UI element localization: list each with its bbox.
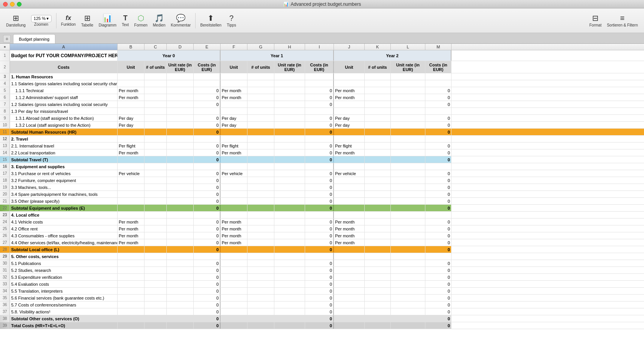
cell-3-M[interactable]	[425, 73, 451, 80]
cell-16-D[interactable]	[167, 163, 194, 170]
cell-33-E[interactable]: 0	[194, 281, 221, 287]
cell-7-B[interactable]	[118, 101, 144, 108]
window-controls[interactable]	[3, 2, 22, 7]
cell-5-K[interactable]	[365, 87, 391, 94]
cell-31-I[interactable]: 0	[305, 267, 334, 273]
cell-12-M[interactable]	[425, 136, 451, 142]
cell-38-E[interactable]: 0	[194, 315, 221, 322]
cell-28-C[interactable]	[144, 246, 167, 253]
cell-4-L[interactable]	[391, 80, 425, 87]
cell-23-M[interactable]	[425, 212, 451, 218]
cell-30-E[interactable]: 0	[194, 260, 221, 267]
cell-27-A[interactable]: 4.4 Other services (tel/fax, electricity…	[10, 239, 118, 246]
cell-22-E[interactable]: 0	[194, 205, 221, 211]
cell-9-G[interactable]	[247, 115, 274, 121]
cell-4-J[interactable]	[334, 80, 365, 87]
cell-22-A[interactable]: Subtotal Equipment and supplies (E)	[10, 205, 118, 211]
cell-12-G[interactable]	[247, 136, 274, 142]
toolbar-sort[interactable]: ≡ Sortieren & Filtern	[604, 13, 640, 29]
cell-27-D[interactable]	[167, 239, 194, 246]
toolbar-funktion[interactable]: fx Funktion	[59, 13, 78, 28]
cell-4-H[interactable]	[274, 80, 305, 87]
cell-9-F[interactable]: Per day	[221, 115, 247, 121]
cell-19-C[interactable]	[144, 184, 167, 190]
cell-36-H[interactable]	[274, 301, 305, 308]
cell-37-D[interactable]	[167, 308, 194, 315]
cell-13-K[interactable]	[365, 142, 391, 149]
cell-21-H[interactable]	[274, 198, 305, 204]
cell-8-M[interactable]	[425, 108, 451, 114]
cell-3-F[interactable]	[221, 73, 247, 80]
cell-25-C[interactable]	[144, 225, 167, 232]
cell-16-I[interactable]	[305, 163, 334, 170]
cell-21-I[interactable]: 0	[305, 198, 334, 204]
cell-32-B[interactable]	[118, 274, 144, 280]
col-header-D[interactable]: D	[167, 44, 194, 50]
cell-8-F[interactable]	[221, 108, 247, 114]
cell-27-L[interactable]	[391, 239, 425, 246]
cell-23-J[interactable]	[334, 212, 365, 218]
cell-37-I[interactable]: 0	[305, 308, 334, 315]
cell-23-C[interactable]	[144, 212, 167, 218]
cell-30-J[interactable]	[334, 260, 365, 267]
cell-17-C[interactable]	[144, 170, 167, 177]
cell-4-A[interactable]: 1.1 Salaries (gross salaries including s…	[10, 80, 118, 87]
cell-27-K[interactable]	[365, 239, 391, 246]
cell-31-K[interactable]	[365, 267, 391, 273]
cell-35-L[interactable]	[391, 295, 425, 301]
cell-17-G[interactable]	[247, 170, 274, 177]
cell-35-J[interactable]	[334, 295, 365, 301]
cell-3-J[interactable]	[334, 73, 365, 80]
cell-13-B[interactable]: Per flight	[118, 142, 144, 149]
cell-37-L[interactable]	[391, 308, 425, 315]
cell-10-G[interactable]	[247, 122, 274, 128]
cell-32-A[interactable]: 5.3 Expenditure verification	[10, 274, 118, 280]
cell-9-A[interactable]: 1.3.1 Abroad (staff assigned to the Acti…	[10, 115, 118, 121]
cell-11-A[interactable]: Subtotal Human Resources (HR)	[10, 129, 118, 135]
cell-18-E[interactable]: 0	[194, 177, 221, 184]
cell-9-I[interactable]: 0	[305, 115, 334, 121]
cell-16-A[interactable]: 3. Equipment and supplies	[10, 163, 118, 170]
cell-29-J[interactable]	[334, 253, 365, 260]
cell-11-M[interactable]: 0	[425, 129, 451, 135]
cell-31-C[interactable]	[144, 267, 167, 273]
col-header-F[interactable]: F	[221, 44, 247, 50]
cell-28-F[interactable]	[221, 246, 247, 253]
cell-25-M[interactable]: 0	[425, 225, 451, 232]
col-header-G[interactable]: G	[247, 44, 274, 50]
cell-32-G[interactable]	[247, 274, 274, 280]
cell-22-D[interactable]	[167, 205, 194, 211]
cell-39-J[interactable]	[334, 322, 365, 329]
col-header-A[interactable]: A	[10, 44, 118, 50]
cell-7-M[interactable]: 0	[425, 101, 451, 108]
cell-17-I[interactable]: 0	[305, 170, 334, 177]
cell-33-I[interactable]: 0	[305, 281, 334, 287]
cell-33-J[interactable]	[334, 281, 365, 287]
cell-18-M[interactable]: 0	[425, 177, 451, 184]
cell-35-B[interactable]	[118, 295, 144, 301]
cell-14-C[interactable]	[144, 149, 167, 156]
cell-8-J[interactable]	[334, 108, 365, 114]
cell-9-C[interactable]	[144, 115, 167, 121]
tab-budget-planning[interactable]: Budget planning	[13, 34, 55, 43]
cell-20-D[interactable]	[167, 191, 194, 197]
cell-31-B[interactable]	[118, 267, 144, 273]
cell-3-E[interactable]	[194, 73, 221, 80]
cell-33-L[interactable]	[391, 281, 425, 287]
cell-19-E[interactable]: 0	[194, 184, 221, 190]
cell-14-E[interactable]: 0	[194, 149, 221, 156]
cell-39-D[interactable]	[167, 322, 194, 329]
cell-24-F[interactable]: Per month	[221, 219, 247, 225]
cell-18-B[interactable]	[118, 177, 144, 184]
cell-15-A[interactable]: Subtotal Travel (T)	[10, 156, 118, 163]
cell-39-E[interactable]: 0	[194, 322, 221, 329]
cell-10-F[interactable]: Per day	[221, 122, 247, 128]
cell-5-A[interactable]: 1.1.1 Technical	[10, 87, 118, 94]
cell-30-K[interactable]	[365, 260, 391, 267]
cell-13-L[interactable]	[391, 142, 425, 149]
cell-25-E[interactable]: 0	[194, 225, 221, 232]
cell-28-B[interactable]	[118, 246, 144, 253]
cell-39-F[interactable]	[221, 322, 247, 329]
cell-26-K[interactable]	[365, 232, 391, 239]
cell-11-L[interactable]	[391, 129, 425, 135]
